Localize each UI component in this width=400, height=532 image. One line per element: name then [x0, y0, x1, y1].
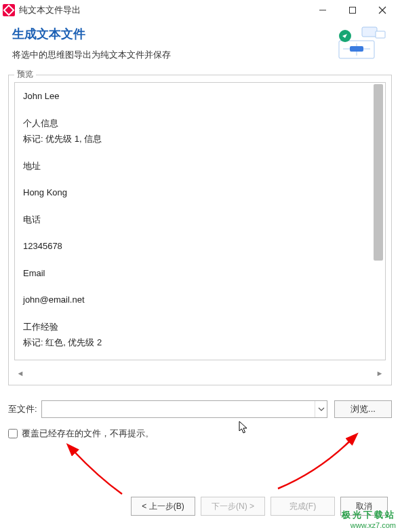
- prev-button[interactable]: < 上一步(B): [131, 497, 195, 516]
- vertical-scrollbar[interactable]: [373, 84, 384, 358]
- horizontal-scrollbar[interactable]: ◄ ►: [14, 366, 386, 381]
- preview-line: [23, 175, 377, 186]
- finish-button: 完成(F): [271, 497, 335, 516]
- maximize-button[interactable]: [338, 0, 367, 20]
- preview-line: Hong Kong: [23, 186, 377, 200]
- preview-line: [23, 309, 377, 320]
- overwrite-checkbox[interactable]: [8, 429, 18, 438]
- preview-line: 标记: 优先级 1, 信息: [23, 132, 377, 146]
- page-title: 生成文本文件: [12, 26, 334, 42]
- preview-line: 工作经验: [23, 320, 377, 334]
- close-button[interactable]: [367, 0, 397, 20]
- cancel-button[interactable]: 取消: [340, 497, 388, 516]
- scrollbar-thumb[interactable]: [374, 84, 383, 261]
- titlebar: 纯文本文件导出: [0, 0, 400, 20]
- preview-line: [23, 202, 377, 213]
- svg-rect-1: [350, 7, 356, 14]
- app-icon: [3, 4, 15, 16]
- preview-line: [23, 229, 377, 240]
- preview-line: 地址: [23, 159, 377, 173]
- dialog-header: 生成文本文件 将选中的思维图导出为纯文本文件并保存: [0, 20, 400, 72]
- preview-line: John Lee: [23, 90, 377, 103]
- header-illustration-icon: [334, 26, 388, 60]
- file-label: 至文件:: [8, 403, 37, 415]
- file-path-combo[interactable]: [41, 400, 327, 418]
- scroll-right-icon[interactable]: ►: [374, 369, 386, 377]
- chevron-down-icon[interactable]: [315, 401, 327, 417]
- scroll-left-icon[interactable]: ◄: [14, 369, 26, 377]
- preview-line: [23, 106, 377, 117]
- watermark-url: www.xz7.com: [342, 521, 396, 529]
- preview-line: 个人信息: [23, 117, 377, 130]
- overwrite-label: 覆盖已经存在的文件，不再提示。: [22, 428, 154, 440]
- preview-textarea[interactable]: John Lee个人信息标记: 优先级 1, 信息地址Hong Kong电话12…: [14, 82, 386, 360]
- annotation-arrow-2: [271, 434, 366, 497]
- preview-line: 12345678: [23, 240, 377, 253]
- svg-rect-7: [350, 46, 363, 52]
- overwrite-row: 覆盖已经存在的文件，不再提示。: [8, 428, 392, 440]
- page-subtitle: 将选中的思维图导出为纯文本文件并保存: [12, 49, 334, 61]
- preview-line: [23, 282, 377, 293]
- preview-line: 标记: 红色, 优先级 2: [23, 336, 377, 349]
- minimize-button[interactable]: [308, 0, 338, 20]
- preview-line: [23, 149, 377, 159]
- svg-rect-5: [376, 31, 385, 38]
- browse-button[interactable]: 浏览...: [334, 400, 392, 418]
- preview-line: 电话: [23, 213, 377, 227]
- preview-line: [23, 256, 377, 267]
- svg-rect-4: [362, 27, 377, 37]
- file-destination-row: 至文件: 浏览...: [8, 400, 392, 418]
- annotation-arrow-1: [61, 446, 142, 503]
- preview-groupbox: 预览 John Lee个人信息标记: 优先级 1, 信息地址Hong Kong电…: [8, 75, 392, 385]
- preview-legend: 预览: [14, 69, 36, 80]
- preview-line: john@email.net: [23, 293, 377, 307]
- window-title: 纯文本文件导出: [19, 4, 308, 16]
- wizard-buttons: < 上一步(B) 下一步(N) > 完成(F) 取消: [131, 497, 388, 516]
- next-button: 下一步(N) >: [201, 497, 265, 516]
- preview-line: Email: [23, 267, 377, 280]
